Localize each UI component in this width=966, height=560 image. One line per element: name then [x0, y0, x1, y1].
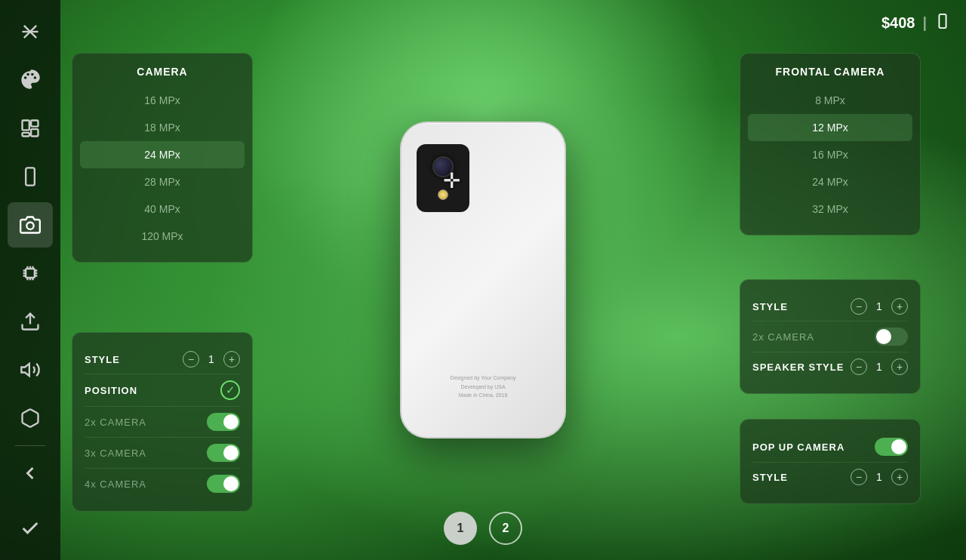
popup-style-label: STYLE [752, 472, 788, 483]
svg-rect-13 [939, 14, 946, 27]
camera-option-40mpx[interactable]: 40 MPx [80, 195, 245, 223]
camera2x-toggle[interactable] [207, 413, 240, 431]
camera-lens-main [432, 156, 454, 177]
right-speaker-increment[interactable]: + [891, 358, 908, 375]
right-speaker-value: 1 [873, 361, 885, 373]
phone-camera-module [417, 144, 469, 212]
frontal-camera-title: FRONTAL CAMERA [748, 66, 912, 78]
camera2x-row: 2x CAMERA [85, 407, 240, 438]
sidebar [0, 0, 60, 560]
phone-tagline2: Developed by USA [451, 383, 516, 391]
sidebar-item-camera[interactable] [8, 202, 53, 248]
popup-style-row: STYLE − 1 + [752, 463, 908, 491]
sidebar-item-back[interactable] [8, 451, 53, 496]
svg-rect-7 [26, 168, 35, 185]
topbar: $408 | [60, 0, 966, 45]
price-value: $408 [881, 14, 915, 32]
frontal-option-24mpx[interactable]: 24 MPx [748, 168, 912, 195]
position-label: POSITION [85, 385, 137, 396]
right-speaker-label: SPEAKER STYLE [752, 362, 844, 373]
popup-label: POP UP CAMERA [752, 442, 844, 453]
sidebar-item-palette[interactable] [8, 57, 53, 103]
camera4x-toggle[interactable] [207, 475, 240, 493]
style-counter: − 1 + [183, 351, 240, 368]
style-panel-left: STYLE − 1 + POSITION ✓ 2x CAMERA 3x CAME… [72, 332, 253, 512]
camera-option-18mpx[interactable]: 18 MPx [80, 114, 245, 141]
svg-rect-10 [26, 269, 35, 278]
right-speaker-decrement[interactable]: − [851, 358, 867, 375]
right-style-row: STYLE − 1 + [752, 292, 908, 322]
svg-marker-12 [21, 364, 29, 376]
svg-rect-4 [31, 121, 38, 127]
svg-rect-6 [23, 133, 29, 137]
position-row: POSITION ✓ [85, 374, 240, 407]
right-camera2x-toggle[interactable] [875, 328, 908, 346]
right-camera2x-row: 2x CAMERA [752, 322, 908, 352]
sidebar-divider [15, 445, 45, 446]
right-style-counter: − 1 + [851, 298, 908, 315]
position-check-btn[interactable]: ✓ [220, 380, 240, 400]
sidebar-item-device[interactable] [8, 154, 53, 199]
sidebar-item-edit[interactable] [8, 9, 53, 54]
phone-body[interactable]: ✛ Designed by Your Company Developed by … [400, 122, 566, 438]
camera-panel-left: CAMERA 16 MPx 18 MPx 24 MPx 28 MPx 40 MP… [72, 53, 253, 263]
svg-rect-5 [31, 129, 38, 136]
popup-style-decrement[interactable]: − [851, 469, 867, 485]
phone-tagline: Designed by Your Company Developed by US… [451, 374, 516, 399]
frontal-option-32mpx[interactable]: 32 MPx [748, 195, 912, 223]
popup-toggle[interactable] [875, 438, 908, 456]
camera-flash [438, 189, 448, 200]
camera2x-label: 2x CAMERA [85, 417, 146, 428]
camera4x-label: 4x CAMERA [85, 478, 146, 490]
svg-rect-3 [23, 121, 29, 131]
frontal-option-12mpx[interactable]: 12 MPx [748, 114, 912, 141]
sidebar-item-sound[interactable] [8, 347, 53, 392]
camera-option-28mpx[interactable]: 28 MPx [80, 168, 245, 195]
phone-tagline1: Designed by Your Company [451, 374, 516, 382]
camera-option-24mpx[interactable]: 24 MPx [80, 141, 245, 168]
popup-style-counter: − 1 + [851, 469, 908, 485]
popup-row: POP UP CAMERA [752, 432, 908, 463]
style-label: STYLE [85, 354, 120, 365]
camera-option-120mpx[interactable]: 120 MPx [80, 223, 245, 250]
phone-container: ✛ Designed by Your Company Developed by … [400, 122, 566, 438]
sidebar-item-3d[interactable] [8, 395, 53, 441]
camera3x-label: 3x CAMERA [85, 448, 146, 459]
sidebar-item-check[interactable] [8, 506, 53, 551]
right-style-value: 1 [873, 300, 885, 312]
camera3x-row: 3x CAMERA [85, 438, 240, 469]
right-style-decrement[interactable]: − [851, 298, 867, 315]
style-increment-btn[interactable]: + [223, 351, 240, 368]
right-style-label: STYLE [752, 301, 788, 312]
sidebar-item-chip[interactable] [8, 251, 53, 296]
camera3x-toggle[interactable] [207, 444, 240, 462]
phone-tagline3: Made in China, 2018 [451, 391, 516, 399]
price-separator: | [922, 14, 927, 32]
camera-panel-title: CAMERA [80, 66, 245, 78]
pagination: 1 2 [444, 512, 522, 545]
style-value: 1 [205, 353, 217, 365]
popup-panel: POP UP CAMERA STYLE − 1 + [740, 419, 921, 504]
right-style-increment[interactable]: + [891, 298, 908, 315]
frontal-option-16mpx[interactable]: 16 MPx [748, 141, 912, 168]
sidebar-item-export[interactable] [8, 299, 53, 344]
camera4x-row: 4x CAMERA [85, 469, 240, 499]
right-speaker-row: SPEAKER STYLE − 1 + [752, 352, 908, 381]
page-1-btn[interactable]: 1 [444, 512, 477, 545]
right-camera2x-label: 2x CAMERA [752, 331, 814, 343]
frontal-option-8mpx[interactable]: 8 MPx [748, 87, 912, 114]
svg-point-9 [26, 223, 33, 229]
style-panel-right: STYLE − 1 + 2x CAMERA SPEAKER STYLE − 1 … [740, 279, 921, 394]
style-decrement-btn[interactable]: − [183, 351, 199, 368]
sidebar-item-theme[interactable] [8, 106, 53, 151]
popup-style-increment[interactable]: + [891, 469, 908, 485]
right-speaker-counter: − 1 + [851, 358, 908, 375]
popup-style-value: 1 [873, 471, 885, 483]
style-row-style: STYLE − 1 + [85, 345, 240, 374]
camera-option-16mpx[interactable]: 16 MPx [80, 87, 245, 114]
frontal-camera-panel: FRONTAL CAMERA 8 MPx 12 MPx 16 MPx 24 MP… [740, 53, 921, 235]
page-2-btn[interactable]: 2 [489, 512, 522, 545]
price-display: $408 | [881, 13, 951, 33]
phone-icon [934, 13, 951, 33]
